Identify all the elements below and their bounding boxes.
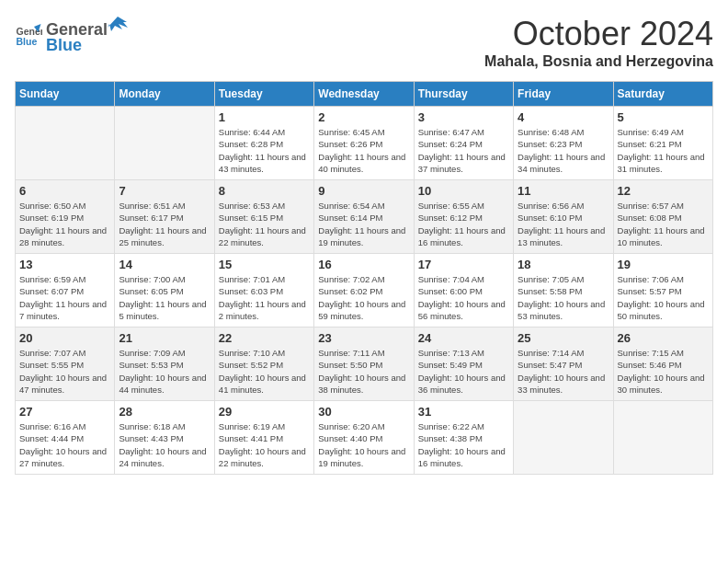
day-cell: 10Sunrise: 6:55 AMSunset: 6:12 PMDayligh…	[414, 180, 513, 254]
page-header: General Blue General Blue October 2024 M…	[15, 15, 713, 70]
day-info: Sunrise: 6:56 AMSunset: 6:10 PMDaylight:…	[518, 200, 609, 248]
day-cell: 22Sunrise: 7:10 AMSunset: 5:52 PMDayligh…	[214, 327, 313, 401]
day-cell: 8Sunrise: 6:53 AMSunset: 6:15 PMDaylight…	[214, 180, 313, 254]
day-cell: 13Sunrise: 6:59 AMSunset: 6:07 PMDayligh…	[16, 254, 115, 327]
day-number: 30	[318, 405, 409, 419]
day-cell: 31Sunrise: 6:22 AMSunset: 4:38 PMDayligh…	[414, 401, 513, 475]
day-info: Sunrise: 6:48 AMSunset: 6:23 PMDaylight:…	[518, 126, 609, 175]
day-number: 20	[19, 331, 110, 345]
day-info: Sunrise: 6:19 AMSunset: 4:41 PMDaylight:…	[219, 420, 310, 469]
day-cell: 4Sunrise: 6:48 AMSunset: 6:23 PMDaylight…	[514, 107, 613, 180]
day-cell: 26Sunrise: 7:15 AMSunset: 5:46 PMDayligh…	[613, 327, 712, 401]
day-cell: 7Sunrise: 6:51 AMSunset: 6:17 PMDaylight…	[115, 180, 214, 254]
day-cell: 19Sunrise: 7:06 AMSunset: 5:57 PMDayligh…	[613, 254, 712, 327]
day-number: 26	[618, 331, 709, 345]
day-info: Sunrise: 7:13 AMSunset: 5:49 PMDaylight:…	[418, 347, 509, 396]
day-cell	[613, 401, 712, 475]
day-cell: 2Sunrise: 6:45 AMSunset: 6:26 PMDaylight…	[314, 107, 414, 180]
day-number: 2	[318, 110, 409, 124]
day-number: 28	[119, 405, 210, 419]
day-info: Sunrise: 7:04 AMSunset: 6:00 PMDaylight:…	[418, 273, 509, 322]
day-number: 16	[318, 258, 409, 271]
day-number: 9	[318, 184, 409, 198]
svg-marker-2	[108, 17, 128, 31]
day-cell: 27Sunrise: 6:16 AMSunset: 4:44 PMDayligh…	[16, 401, 115, 475]
day-info: Sunrise: 6:49 AMSunset: 6:21 PMDaylight:…	[618, 126, 709, 175]
day-info: Sunrise: 6:45 AMSunset: 6:26 PMDaylight:…	[318, 126, 409, 175]
header-day-monday: Monday	[115, 82, 214, 107]
day-cell: 3Sunrise: 6:47 AMSunset: 6:24 PMDaylight…	[414, 107, 513, 180]
month-title: October 2024	[484, 15, 713, 53]
day-info: Sunrise: 6:53 AMSunset: 6:15 PMDaylight:…	[219, 200, 310, 248]
day-cell: 18Sunrise: 7:05 AMSunset: 5:58 PMDayligh…	[514, 254, 613, 327]
day-info: Sunrise: 7:09 AMSunset: 5:53 PMDaylight:…	[119, 347, 210, 396]
header-day-wednesday: Wednesday	[314, 82, 414, 107]
logo-icon: General Blue	[15, 21, 42, 49]
logo-bird-icon	[108, 15, 128, 35]
week-row-2: 6Sunrise: 6:50 AMSunset: 6:19 PMDaylight…	[16, 180, 713, 254]
day-cell: 20Sunrise: 7:07 AMSunset: 5:55 PMDayligh…	[16, 327, 115, 401]
svg-text:Blue: Blue	[17, 36, 38, 47]
day-info: Sunrise: 7:02 AMSunset: 6:02 PMDaylight:…	[318, 273, 409, 322]
day-cell: 28Sunrise: 6:18 AMSunset: 4:43 PMDayligh…	[115, 401, 214, 475]
day-number: 13	[19, 258, 110, 271]
day-cell: 12Sunrise: 6:57 AMSunset: 6:08 PMDayligh…	[613, 180, 712, 254]
day-cell: 14Sunrise: 7:00 AMSunset: 6:05 PMDayligh…	[115, 254, 214, 327]
day-number: 10	[418, 184, 509, 198]
day-info: Sunrise: 6:55 AMSunset: 6:12 PMDaylight:…	[418, 200, 509, 248]
day-number: 7	[119, 184, 210, 198]
day-cell	[115, 107, 214, 180]
day-number: 19	[618, 258, 709, 271]
week-row-4: 20Sunrise: 7:07 AMSunset: 5:55 PMDayligh…	[16, 327, 713, 401]
day-cell: 5Sunrise: 6:49 AMSunset: 6:21 PMDaylight…	[613, 107, 712, 180]
day-cell: 9Sunrise: 6:54 AMSunset: 6:14 PMDaylight…	[314, 180, 414, 254]
location-title: Mahala, Bosnia and Herzegovina	[484, 53, 713, 70]
day-number: 1	[219, 110, 310, 124]
day-number: 24	[418, 331, 509, 345]
day-cell: 6Sunrise: 6:50 AMSunset: 6:19 PMDaylight…	[16, 180, 115, 254]
header-day-thursday: Thursday	[414, 82, 513, 107]
day-number: 25	[518, 331, 609, 345]
day-cell: 25Sunrise: 7:14 AMSunset: 5:47 PMDayligh…	[514, 327, 613, 401]
day-number: 22	[219, 331, 310, 345]
day-number: 31	[418, 405, 509, 419]
header-row: SundayMondayTuesdayWednesdayThursdayFrid…	[16, 82, 713, 107]
day-info: Sunrise: 7:00 AMSunset: 6:05 PMDaylight:…	[119, 273, 210, 322]
day-info: Sunrise: 7:07 AMSunset: 5:55 PMDaylight:…	[19, 347, 110, 396]
day-cell: 17Sunrise: 7:04 AMSunset: 6:00 PMDayligh…	[414, 254, 513, 327]
day-number: 5	[618, 110, 709, 124]
day-info: Sunrise: 7:01 AMSunset: 6:03 PMDaylight:…	[219, 273, 310, 322]
day-number: 8	[219, 184, 310, 198]
day-number: 12	[618, 184, 709, 198]
day-cell: 21Sunrise: 7:09 AMSunset: 5:53 PMDayligh…	[115, 327, 214, 401]
day-number: 27	[19, 405, 110, 419]
day-info: Sunrise: 6:44 AMSunset: 6:28 PMDaylight:…	[219, 126, 310, 175]
week-row-1: 1Sunrise: 6:44 AMSunset: 6:28 PMDaylight…	[16, 107, 713, 180]
day-cell: 23Sunrise: 7:11 AMSunset: 5:50 PMDayligh…	[314, 327, 414, 401]
day-info: Sunrise: 6:20 AMSunset: 4:40 PMDaylight:…	[318, 420, 409, 469]
day-info: Sunrise: 6:54 AMSunset: 6:14 PMDaylight:…	[318, 200, 409, 248]
day-info: Sunrise: 6:51 AMSunset: 6:17 PMDaylight:…	[119, 200, 210, 248]
header-day-friday: Friday	[514, 82, 613, 107]
day-number: 11	[518, 184, 609, 198]
day-cell: 11Sunrise: 6:56 AMSunset: 6:10 PMDayligh…	[514, 180, 613, 254]
day-number: 4	[518, 110, 609, 124]
header-day-tuesday: Tuesday	[214, 82, 313, 107]
day-cell: 15Sunrise: 7:01 AMSunset: 6:03 PMDayligh…	[214, 254, 313, 327]
day-info: Sunrise: 6:59 AMSunset: 6:07 PMDaylight:…	[19, 273, 110, 322]
day-info: Sunrise: 7:10 AMSunset: 5:52 PMDaylight:…	[219, 347, 310, 396]
day-info: Sunrise: 6:18 AMSunset: 4:43 PMDaylight:…	[119, 420, 210, 469]
day-info: Sunrise: 7:05 AMSunset: 5:58 PMDaylight:…	[518, 273, 609, 322]
day-number: 18	[518, 258, 609, 271]
day-info: Sunrise: 6:47 AMSunset: 6:24 PMDaylight:…	[418, 126, 509, 175]
day-cell: 1Sunrise: 6:44 AMSunset: 6:28 PMDaylight…	[214, 107, 313, 180]
day-number: 3	[418, 110, 509, 124]
day-number: 29	[219, 405, 310, 419]
day-number: 15	[219, 258, 310, 271]
day-cell: 24Sunrise: 7:13 AMSunset: 5:49 PMDayligh…	[414, 327, 513, 401]
day-cell: 30Sunrise: 6:20 AMSunset: 4:40 PMDayligh…	[314, 401, 414, 475]
header-day-saturday: Saturday	[613, 82, 712, 107]
day-info: Sunrise: 6:16 AMSunset: 4:44 PMDaylight:…	[19, 420, 110, 469]
day-number: 23	[318, 331, 409, 345]
day-cell	[16, 107, 115, 180]
